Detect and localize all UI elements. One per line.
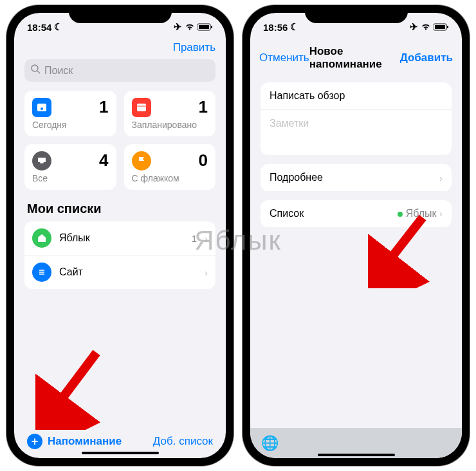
- nav-bar: Отменить Новое напоминание Добавить: [250, 41, 462, 77]
- svg-rect-16: [435, 25, 445, 29]
- card-scheduled-label: Запланировано: [132, 120, 208, 130]
- globe-key[interactable]: 🌐: [261, 435, 279, 452]
- list-item-label: Яблык: [59, 232, 184, 244]
- flag-icon: [132, 151, 151, 171]
- svg-point-3: [32, 65, 38, 71]
- card-scheduled[interactable]: 1 Запланировано: [124, 91, 216, 136]
- list-item-yablyk[interactable]: Яблык 1 ›: [24, 221, 215, 255]
- list-item-site[interactable]: Сайт ›: [24, 255, 215, 289]
- card-all-count: 4: [99, 151, 108, 171]
- keyboard: йцукенгшщзх фывапролджэ ячсмитьбю 123 ☺ …: [250, 428, 462, 458]
- card-flagged-label: С флажком: [132, 173, 208, 183]
- airplane-icon: ✈: [174, 21, 182, 33]
- battery-icon: [434, 22, 449, 33]
- notes-input[interactable]: Заметки: [261, 110, 452, 155]
- chevron-right-icon: ›: [205, 267, 208, 278]
- nav-title: Новое напоминание: [309, 45, 400, 71]
- notch: [69, 5, 172, 23]
- wifi-icon: [185, 22, 195, 33]
- chevron-right-icon: ›: [439, 172, 443, 183]
- edit-button[interactable]: Править: [173, 41, 215, 54]
- card-today-label: Сегодня: [32, 120, 109, 130]
- moon-icon: ☾: [54, 21, 62, 33]
- screen-right: 18:56 ☾ ✈ Отменить Новое напоминание Доб…: [250, 13, 462, 458]
- svg-point-7: [41, 107, 43, 110]
- home-indicator[interactable]: [82, 452, 159, 454]
- search-icon: [31, 64, 41, 77]
- airplane-icon: ✈: [410, 21, 418, 33]
- details-label: Подробнее: [270, 172, 323, 183]
- status-time: 18:54: [27, 22, 51, 33]
- chevron-right-icon: ›: [439, 208, 443, 219]
- home-indicator[interactable]: [318, 454, 395, 456]
- phone-right: 18:56 ☾ ✈ Отменить Новое напоминание Доб…: [243, 5, 470, 466]
- card-today[interactable]: 1 Сегодня: [24, 91, 116, 136]
- add-reminder-label: Напоминание: [48, 435, 122, 448]
- status-time: 18:56: [263, 22, 288, 33]
- form-title-notes: Написать обзор Заметки: [261, 82, 452, 155]
- card-flagged-count: 0: [199, 151, 208, 171]
- notch: [305, 5, 408, 23]
- card-today-count: 1: [99, 97, 108, 117]
- bottom-bar: + Напоминание Доб. список: [14, 434, 226, 449]
- add-button[interactable]: Добавить: [400, 51, 453, 64]
- list-value: Яблык: [406, 208, 437, 219]
- moon-icon: ☾: [290, 21, 298, 33]
- svg-rect-1: [199, 25, 209, 29]
- add-reminder-button[interactable]: + Напоминание: [27, 434, 122, 449]
- calendar-today-icon: [32, 98, 51, 117]
- svg-line-4: [37, 71, 40, 73]
- battery-icon: [197, 22, 213, 33]
- svg-rect-17: [447, 26, 448, 28]
- card-flagged[interactable]: 0 С флажком: [124, 144, 216, 190]
- form-list[interactable]: Список Яблык ›: [261, 200, 452, 227]
- list-item-count: 1: [192, 233, 197, 244]
- form-details[interactable]: Подробнее ›: [261, 164, 452, 191]
- phone-left: 18:54 ☾ ✈ Править Поиск: [6, 5, 233, 466]
- lists-title: Мои списки: [24, 201, 215, 216]
- search-input[interactable]: Поиск: [24, 59, 215, 82]
- cancel-button[interactable]: Отменить: [259, 51, 309, 64]
- chevron-right-icon: ›: [205, 233, 208, 244]
- svg-rect-2: [211, 26, 212, 28]
- card-all-label: Все: [32, 173, 109, 183]
- list-item-label: Сайт: [59, 266, 197, 278]
- title-input[interactable]: Написать обзор: [261, 82, 452, 110]
- search-placeholder: Поиск: [44, 65, 73, 77]
- svg-rect-8: [137, 104, 146, 111]
- calendar-icon: [132, 98, 151, 117]
- card-scheduled-count: 1: [199, 97, 208, 117]
- plus-icon: +: [27, 434, 42, 449]
- nav-bar: Править: [14, 41, 226, 59]
- dot-icon: [398, 212, 403, 217]
- screen-left: 18:54 ☾ ✈ Править Поиск: [14, 13, 226, 458]
- wifi-icon: [421, 22, 431, 33]
- list-label: Список: [270, 208, 304, 219]
- list-icon: [32, 263, 51, 282]
- home-icon: [32, 228, 51, 248]
- inbox-icon: [32, 151, 51, 171]
- add-list-button[interactable]: Доб. список: [153, 435, 213, 448]
- card-all[interactable]: 4 Все: [24, 144, 116, 190]
